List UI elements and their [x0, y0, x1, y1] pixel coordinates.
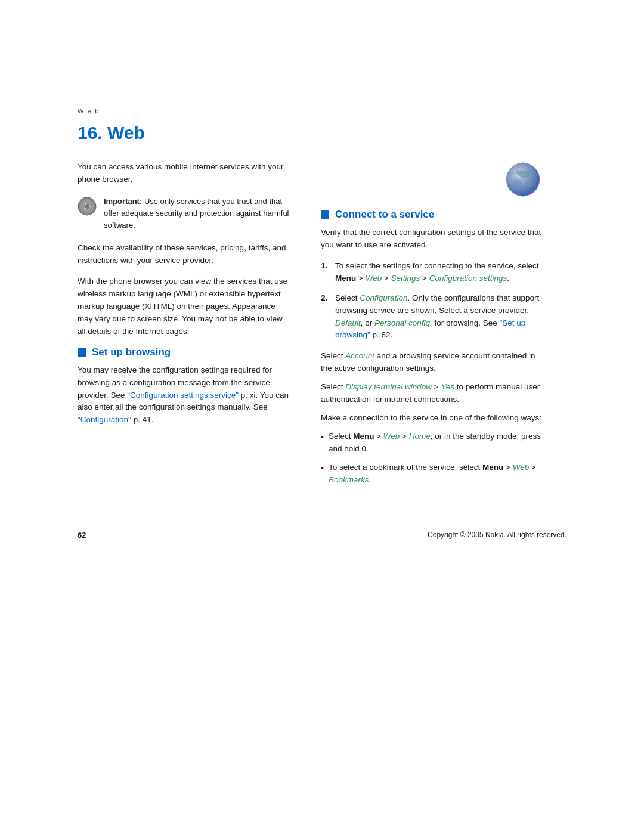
- footer: 62 Copyright © 2005 Nokia. All rights re…: [78, 525, 566, 540]
- bullet-2-content: To select a bookmark of the service, sel…: [329, 462, 541, 487]
- left-column: You can access various mobile Internet s…: [78, 161, 292, 435]
- config-settings-link-1[interactable]: Configuration settings: [429, 274, 507, 283]
- sub-para-2: Select Display terminal window > Yes to …: [321, 381, 541, 406]
- settings-link-1[interactable]: Settings: [391, 274, 420, 283]
- menu-bold-1: Menu: [335, 274, 356, 283]
- home-link[interactable]: Home: [409, 432, 431, 441]
- browser-text: With the phone browser you can view the …: [78, 275, 292, 338]
- setup-section-heading: Set up browsing: [78, 346, 292, 358]
- web-link-1[interactable]: Web: [366, 274, 382, 283]
- step-2-num: 2.: [321, 292, 330, 342]
- bullet-1-content: Select Menu > Web > Home; or in the stan…: [329, 431, 541, 456]
- sub-para-1: Select Account and a browsing service ac…: [321, 350, 541, 375]
- step-2-content: Select Configuration. Only the configura…: [335, 292, 541, 342]
- two-col-layout: You can access various mobile Internet s…: [78, 161, 566, 495]
- important-icon: [78, 197, 97, 216]
- globe-icon: [504, 161, 541, 198]
- breadcrumb: W e b: [78, 107, 566, 114]
- svg-point-2: [85, 204, 89, 209]
- step-2: 2. Select Configuration. Only the config…: [321, 292, 541, 342]
- configuration-link[interactable]: "Configuration": [78, 415, 131, 424]
- setup-heading-text: Set up browsing: [92, 346, 171, 358]
- make-connection-text: Make a connection to the service in one …: [321, 412, 541, 425]
- bullet-list: Select Menu > Web > Home; or in the stan…: [321, 431, 541, 487]
- bullet-1: Select Menu > Web > Home; or in the stan…: [321, 431, 541, 456]
- connect-heading-text: Connect to a service: [335, 209, 434, 221]
- steps-list: 1. To select the settings for connecting…: [321, 260, 541, 342]
- globe-icon-wrapper: [321, 161, 541, 198]
- page-title: 16. Web: [78, 123, 566, 143]
- default-link[interactable]: Default: [335, 318, 361, 327]
- menu-bold-3: Menu: [482, 463, 503, 472]
- web-link-2[interactable]: Web: [383, 432, 400, 441]
- account-link[interactable]: Account: [345, 351, 374, 360]
- connect-section: Connect to a service Verify that the cor…: [321, 209, 541, 487]
- connect-section-heading: Connect to a service: [321, 209, 541, 221]
- config-settings-link[interactable]: "Configuration settings service": [127, 391, 239, 400]
- step-1: 1. To select the settings for connecting…: [321, 260, 541, 285]
- important-label: Important:: [104, 197, 142, 206]
- intro-paragraph: You can access various mobile Internet s…: [78, 161, 292, 186]
- yes-link[interactable]: Yes: [441, 382, 454, 391]
- important-text: Important: Use only services that you tr…: [104, 196, 292, 231]
- bullet-2: To select a bookmark of the service, sel…: [321, 462, 541, 487]
- footer-page-number: 62: [78, 531, 86, 540]
- page-container: W e b 16. Web You can access various mob…: [66, 0, 578, 587]
- check-text: Check the availability of these services…: [78, 242, 292, 267]
- configuration-link-2[interactable]: Configuration: [360, 293, 407, 302]
- web-link-3[interactable]: Web: [513, 463, 530, 472]
- menu-bold-2: Menu: [353, 432, 374, 441]
- step-1-content: To select the settings for connecting to…: [335, 260, 541, 285]
- connect-section-square-icon: [321, 210, 329, 219]
- personal-config-link[interactable]: Personal config.: [374, 318, 432, 327]
- section-square-icon: [78, 348, 86, 357]
- setup-paragraph: You may receive the configuration settin…: [78, 364, 292, 427]
- important-box: Important: Use only services that you tr…: [78, 196, 292, 231]
- footer-copyright: Copyright © 2005 Nokia. All rights reser…: [428, 531, 566, 539]
- setup-text-3: p. 41.: [131, 415, 154, 424]
- connect-intro-text: Verify that the correct configuration se…: [321, 227, 541, 252]
- bookmarks-link[interactable]: Bookmarks: [329, 475, 369, 484]
- step-1-num: 1.: [321, 260, 330, 285]
- right-column: Connect to a service Verify that the cor…: [321, 161, 541, 495]
- display-terminal-link[interactable]: Display terminal window: [345, 382, 432, 391]
